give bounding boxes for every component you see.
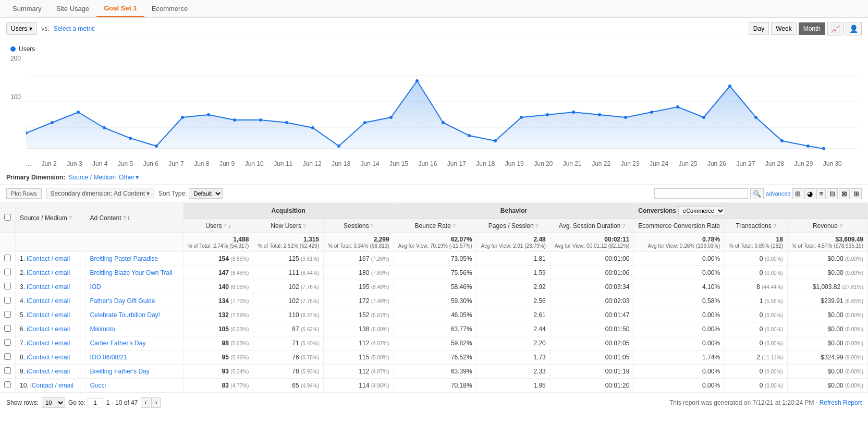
row-num-source: 5. iContact / email: [16, 308, 85, 322]
pie-view-button[interactable]: ◕: [804, 188, 815, 199]
row-source-link[interactable]: iContact / email: [27, 368, 70, 375]
row-source-link[interactable]: iContact / email: [27, 325, 70, 333]
grid-view-button[interactable]: ⊞: [792, 188, 803, 199]
refresh-link[interactable]: Refresh Report: [820, 399, 862, 406]
prev-page-button[interactable]: ‹: [141, 397, 150, 408]
row-checkbox-cell[interactable]: [0, 294, 16, 308]
row-checkbox[interactable]: [4, 325, 11, 332]
row-checkbox[interactable]: [4, 353, 11, 360]
ad-content-header: Ad Content ? ℹ: [85, 203, 183, 233]
row-source-link[interactable]: iContact / email: [27, 354, 70, 361]
row-checkbox-cell[interactable]: [0, 280, 16, 294]
select-all-checkbox-header[interactable]: [0, 203, 16, 233]
row-checkbox-cell[interactable]: [0, 308, 16, 322]
row-source-link[interactable]: iContact / email: [27, 255, 70, 262]
row-source-link[interactable]: iContact / email: [27, 269, 70, 276]
rows-per-page-select[interactable]: 10 25 50 100: [42, 397, 65, 408]
source-medium-link[interactable]: Source / Medium: [68, 174, 116, 181]
table-row: 1. iContact / email Breitling Pastel Par…: [0, 252, 868, 266]
row-checkbox-cell[interactable]: [0, 336, 16, 351]
row-source-link[interactable]: iContact / email: [27, 297, 70, 305]
row-ad-content-link[interactable]: IOD 06/08/21: [90, 354, 127, 361]
row-checkbox[interactable]: [4, 311, 11, 318]
ecomm-conv-col-header[interactable]: Ecommerce Conversion Rate: [634, 219, 725, 233]
line-chart-icon[interactable]: 📈: [827, 22, 843, 35]
select-metric-link[interactable]: Select a metric: [54, 25, 95, 32]
sort-type-select[interactable]: Default: [189, 188, 223, 199]
row-ad-content-link[interactable]: Breitling Blaze Your Own Trail: [90, 269, 172, 276]
bar-chart-icon[interactable]: 👤: [846, 22, 862, 35]
other-link[interactable]: Other ▾: [119, 174, 139, 181]
goto-input[interactable]: [88, 398, 103, 407]
row-ad-content-link[interactable]: Breitling Father's Day: [90, 368, 149, 375]
row-checkbox[interactable]: [4, 367, 11, 374]
columns-view-button[interactable]: ⊞: [851, 188, 862, 199]
tab-summary[interactable]: Summary: [5, 1, 49, 17]
metric-selector[interactable]: Users ▾: [6, 22, 37, 35]
sessions-col-header[interactable]: Sessions ?: [323, 219, 394, 233]
search-input[interactable]: [654, 188, 748, 199]
month-button[interactable]: Month: [799, 22, 825, 35]
svg-point-23: [494, 139, 497, 142]
compare-view-button[interactable]: ⊠: [839, 188, 850, 199]
tab-goal-set-1[interactable]: Goal Set 1: [96, 0, 144, 17]
pivot-view-button[interactable]: ⊟: [827, 188, 838, 199]
row-checkbox[interactable]: [4, 255, 11, 261]
advanced-link[interactable]: advanced: [766, 190, 791, 197]
plot-rows-button[interactable]: Plot Rows: [6, 188, 42, 199]
row-checkbox[interactable]: [4, 339, 11, 346]
row-ad-content-link[interactable]: Celebrate Tourbillon Day!: [90, 311, 160, 319]
row-checkbox-cell[interactable]: [0, 252, 16, 266]
row-ad-content-link[interactable]: IOD: [90, 283, 101, 291]
row-checkbox-cell[interactable]: [0, 322, 16, 336]
row-checkbox-cell[interactable]: [0, 379, 16, 393]
row-source-link[interactable]: iContact / email: [27, 340, 70, 347]
row-pages-session: 1.73: [476, 351, 550, 365]
row-checkbox[interactable]: [4, 283, 11, 289]
select-all-checkbox[interactable]: [4, 214, 11, 221]
row-source-link[interactable]: iContact / email: [30, 382, 74, 389]
other-label: Other: [119, 174, 135, 181]
row-pages-session: 2.33: [476, 365, 550, 379]
secondary-dim-button[interactable]: Secondary dimension: Ad Content ▾: [46, 188, 154, 199]
avg-session-col-header[interactable]: Avg. Session Duration ?: [550, 219, 634, 233]
row-ad-content-link[interactable]: Father's Day Gift Guide: [90, 297, 155, 305]
row-avg-session: 00:01:19: [550, 365, 634, 379]
row-bounce-rate: 76.52%: [394, 351, 476, 365]
pages-session-col-header[interactable]: Pages / Session ?: [476, 219, 550, 233]
primary-dim-label: Primary Dimension:: [6, 174, 65, 181]
next-page-button[interactable]: ›: [151, 397, 161, 408]
row-ad-content-link[interactable]: Breitling Pastel Paradise: [90, 255, 158, 262]
bounce-rate-col-header[interactable]: Bounce Rate ?: [394, 219, 476, 233]
week-button[interactable]: Week: [771, 22, 796, 35]
ad-content-help-icon[interactable]: ?: [123, 215, 126, 221]
row-ad-content-link[interactable]: Cartier Father's Day: [90, 340, 145, 347]
users-col-header[interactable]: Users ? ↓: [183, 219, 253, 233]
row-ad-content-link[interactable]: Gucci: [90, 382, 106, 389]
search-icon-btn[interactable]: 🔍: [750, 188, 764, 199]
ad-content-info-icon[interactable]: ℹ: [128, 215, 130, 221]
new-users-col-header[interactable]: New Users ?: [253, 219, 324, 233]
ecomm-select[interactable]: eCommerce: [678, 206, 725, 215]
svg-point-29: [650, 111, 653, 114]
transactions-col-header[interactable]: Transactions ?: [725, 219, 788, 233]
row-checkbox-cell[interactable]: [0, 365, 16, 379]
row-checkbox-cell[interactable]: [0, 351, 16, 365]
day-button[interactable]: Day: [749, 22, 769, 35]
row-source-link[interactable]: iContact / email: [27, 311, 70, 319]
row-checkbox-cell[interactable]: [0, 266, 16, 280]
revenue-col-header[interactable]: Revenue ?: [787, 219, 867, 233]
tab-ecommerce[interactable]: Ecommerce: [144, 1, 195, 17]
table-row: 5. iContact / email Celebrate Tourbillon…: [0, 308, 868, 322]
row-source-link[interactable]: iContact / email: [27, 283, 70, 291]
row-checkbox[interactable]: [4, 297, 11, 304]
tab-site-usage[interactable]: Site Usage: [49, 1, 97, 17]
users-sort-arrow: ↓: [228, 223, 231, 229]
row-checkbox[interactable]: [4, 381, 11, 388]
row-ad-content-link[interactable]: Mikimoto: [90, 325, 115, 333]
svg-point-25: [546, 113, 549, 116]
source-help-icon[interactable]: ?: [69, 215, 72, 221]
dropdown-icon: ▾: [29, 25, 32, 32]
list-view-button[interactable]: ≡: [816, 188, 826, 199]
row-checkbox[interactable]: [4, 269, 11, 275]
